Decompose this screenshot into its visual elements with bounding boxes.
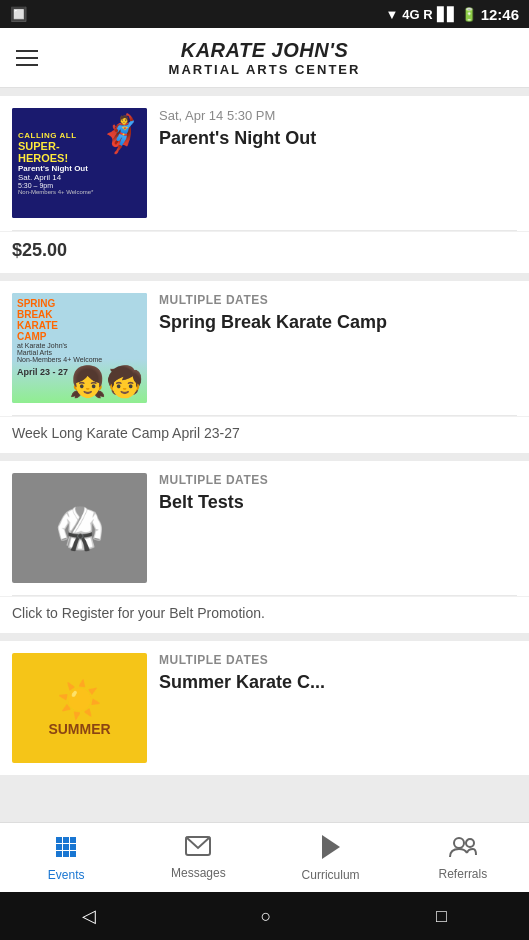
signal-label: 4G R: [402, 7, 432, 22]
event-card-belt-tests[interactable]: 🥋 MULTIPLE DATES Belt Tests Click to Reg…: [0, 461, 529, 633]
svg-marker-10: [322, 835, 340, 859]
event-card-inner-spring: SPRINGBREAKKARATECAMP at Karate John'sMa…: [0, 281, 529, 415]
battery-icon: 🔋: [461, 7, 477, 22]
svg-point-12: [466, 839, 474, 847]
svg-rect-3: [56, 844, 62, 850]
nav-icon-events: [53, 834, 79, 864]
event-image-parents-night: CALLING ALL SUPER-HEROES! Parent's Night…: [12, 108, 147, 218]
bottom-nav: Events Messages Curriculum Refer: [0, 822, 529, 892]
badge-multiple-summer: MULTIPLE DATES: [159, 653, 517, 667]
svg-rect-7: [63, 851, 69, 857]
event-date-parents-night: Sat, Apr 14 5:30 PM: [159, 108, 517, 123]
svg-rect-2: [70, 837, 76, 843]
nav-item-curriculum[interactable]: Curriculum: [265, 823, 397, 892]
event-image-belt-test: 🥋: [12, 473, 147, 583]
event-title-parents-night: Parent's Night Out: [159, 127, 517, 150]
sb-title: SPRINGBREAKKARATECAMP: [17, 298, 58, 342]
nav-item-events[interactable]: Events: [0, 823, 132, 892]
event-info-summer: MULTIPLE DATES Summer Karate C...: [159, 653, 517, 694]
home-button[interactable]: ○: [261, 906, 272, 927]
event-subtitle-spring: Week Long Karate Camp April 23-27: [0, 416, 529, 453]
badge-multiple-spring: MULTIPLE DATES: [159, 293, 517, 307]
kids-figure: 👧🧒: [69, 364, 143, 399]
event-card-inner: CALLING ALL SUPER-HEROES! Parent's Night…: [0, 96, 529, 230]
event-info-parents-night: Sat, Apr 14 5:30 PM Parent's Night Out: [159, 108, 517, 150]
nav-item-messages[interactable]: Messages: [132, 823, 264, 892]
status-right: ▼ 4G R ▋▋ 🔋 12:46: [385, 6, 519, 23]
superhero-figure: 🦸: [98, 113, 143, 155]
event-image-spring-break: SPRINGBREAKKARATECAMP at Karate John'sMa…: [12, 293, 147, 403]
menu-button[interactable]: [16, 50, 38, 66]
event-title-summer: Summer Karate C...: [159, 671, 517, 694]
app-header: KARATE JOHN'S MARTIAL ARTS CENTER: [0, 28, 529, 88]
belt-test-overlay: 🥋: [12, 473, 147, 583]
header-title-sub: MARTIAL ARTS CENTER: [169, 62, 361, 78]
time-label: 12:46: [481, 6, 519, 23]
sb-sub: at Karate John'sMartial ArtsNon-Members …: [17, 342, 102, 363]
status-left: 🔲: [10, 6, 27, 22]
header-title-main: KARATE JOHN'S: [169, 38, 361, 62]
event-card-parents-night[interactable]: CALLING ALL SUPER-HEROES! Parent's Night…: [0, 96, 529, 273]
back-button[interactable]: ◁: [82, 905, 96, 927]
badge-multiple-belt: MULTIPLE DATES: [159, 473, 517, 487]
hamburger-line1: [16, 50, 38, 52]
nav-label-events: Events: [48, 868, 85, 882]
summer-overlay: ☀️ Summer: [12, 653, 147, 763]
pno-date: Sat. April 14: [18, 173, 61, 182]
svg-rect-6: [56, 851, 62, 857]
content-scroll[interactable]: CALLING ALL SUPER-HEROES! Parent's Night…: [0, 88, 529, 822]
nav-label-curriculum: Curriculum: [302, 868, 360, 882]
summer-text: Summer: [48, 721, 110, 737]
nav-label-referrals: Referrals: [439, 867, 488, 881]
recents-button[interactable]: □: [436, 906, 447, 927]
pno-nonmember: Non-Members 4+ Welcome*: [18, 189, 93, 195]
event-card-spring-break[interactable]: SPRINGBREAKKARATECAMP at Karate John'sMa…: [0, 281, 529, 453]
wifi-icon: ▼: [385, 7, 398, 22]
status-bar: 🔲 ▼ 4G R ▋▋ 🔋 12:46: [0, 0, 529, 28]
nav-label-messages: Messages: [171, 866, 226, 880]
sun-icon: ☀️: [57, 679, 102, 721]
event-price-parents-night: $25.00: [0, 231, 529, 273]
svg-rect-1: [63, 837, 69, 843]
event-card-inner-belt: 🥋 MULTIPLE DATES Belt Tests: [0, 461, 529, 595]
hamburger-line3: [16, 64, 38, 66]
parents-night-overlay: CALLING ALL SUPER-HEROES! Parent's Night…: [12, 108, 147, 218]
hamburger-line2: [16, 57, 38, 59]
calling-text: CALLING ALL: [18, 131, 77, 140]
android-nav: ◁ ○ □: [0, 892, 529, 940]
notification-icon: 🔲: [10, 6, 27, 22]
sb-dates: April 23 - 27: [17, 367, 68, 377]
event-subtitle-belt: Click to Register for your Belt Promotio…: [0, 596, 529, 633]
nav-icon-referrals: [449, 835, 477, 863]
nav-item-referrals[interactable]: Referrals: [397, 823, 529, 892]
header-title: KARATE JOHN'S MARTIAL ARTS CENTER: [169, 38, 361, 78]
event-info-spring: MULTIPLE DATES Spring Break Karate Camp: [159, 293, 517, 334]
svg-rect-4: [63, 844, 69, 850]
pno-time: 5:30 – 9pm: [18, 182, 53, 189]
svg-rect-5: [70, 844, 76, 850]
pno-text: Parent's Night Out: [18, 164, 88, 173]
spring-break-overlay: SPRINGBREAKKARATECAMP at Karate John'sMa…: [12, 293, 147, 403]
nav-icon-messages: [185, 836, 211, 862]
superheroes-text: SUPER-HEROES!: [18, 140, 68, 164]
event-title-belt: Belt Tests: [159, 491, 517, 514]
svg-rect-0: [56, 837, 62, 843]
event-info-belt: MULTIPLE DATES Belt Tests: [159, 473, 517, 514]
svg-rect-8: [70, 851, 76, 857]
signal-bars: ▋▋: [437, 7, 457, 22]
event-card-inner-summer: ☀️ Summer MULTIPLE DATES Summer Karate C…: [0, 641, 529, 775]
event-card-summer[interactable]: ☀️ Summer MULTIPLE DATES Summer Karate C…: [0, 641, 529, 775]
svg-point-11: [454, 838, 464, 848]
event-image-summer: ☀️ Summer: [12, 653, 147, 763]
event-title-spring: Spring Break Karate Camp: [159, 311, 517, 334]
nav-icon-curriculum: [320, 834, 342, 864]
